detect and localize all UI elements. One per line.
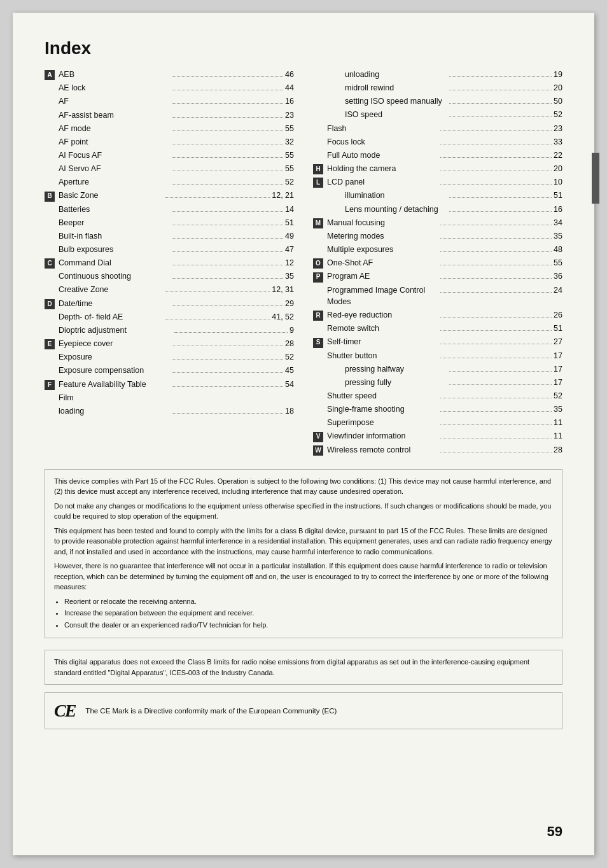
entry-page-number: 16 — [554, 204, 562, 215]
list-item: BBasic Zone12, 21 — [45, 190, 294, 201]
entry-page-number: 45 — [285, 365, 294, 376]
list-item: VViewfinder information11 — [313, 430, 562, 442]
list-item: Exposure compensation45 — [45, 365, 294, 376]
entry-page-number: 33 — [554, 136, 562, 148]
list-item: unloading19 — [313, 69, 562, 80]
entry-label: One-Shot AF — [327, 257, 438, 269]
entry-label: Focus lock — [327, 136, 438, 148]
entry-page-number: 54 — [285, 379, 294, 390]
entry-label: midroll rewind — [345, 82, 447, 94]
dot-leader — [172, 413, 283, 414]
dot-leader — [440, 398, 552, 398]
list-item: ISO speed52 — [313, 109, 562, 120]
list-item: Aperture52 — [45, 176, 294, 188]
list-item: Focus lock33 — [313, 136, 562, 148]
fcc-paragraph: Do not make any changes or modifications… — [54, 501, 553, 522]
entry-page-number: 35 — [554, 230, 562, 242]
list-item: Shutter button17 — [313, 350, 562, 361]
entry-page-number: 22 — [554, 150, 562, 161]
dot-leader — [172, 211, 283, 212]
entry-page-number: 36 — [554, 270, 562, 282]
list-item: Programmed Image Control Modes24 — [313, 284, 562, 307]
entry-label: AE lock — [59, 82, 170, 94]
dot-leader — [449, 90, 552, 90]
entry-page-number: 55 — [554, 257, 562, 269]
list-item: OOne-Shot AF55 — [313, 257, 562, 269]
entry-page-number: 51 — [554, 323, 562, 334]
entry-label: Command Dial — [59, 257, 170, 269]
dot-leader — [172, 265, 283, 265]
list-item: DDate/time29 — [45, 298, 294, 309]
entry-page-number: 52 — [554, 109, 562, 120]
entry-page-number: 41, 52 — [272, 311, 294, 323]
list-item: Flash23 — [313, 123, 562, 134]
entry-page-number: 34 — [554, 217, 562, 228]
dot-leader — [440, 292, 552, 293]
list-item: HHolding the camera20 — [313, 163, 562, 174]
entry-page-number: 9 — [290, 325, 294, 336]
entry-label: pressing halfway — [345, 363, 447, 375]
entry-label: Beeper — [59, 217, 170, 228]
dot-leader — [174, 332, 288, 333]
list-item: AAEB46 — [45, 69, 294, 80]
list-item: Dioptric adjustment9 — [45, 325, 294, 336]
entry-label: Programmed Image Control Modes — [327, 284, 438, 307]
list-item: Shutter speed52 — [313, 390, 562, 402]
dot-leader — [440, 130, 552, 131]
entry-label: AF mode — [59, 123, 170, 134]
list-item: FFeature Availability Table54 — [45, 379, 294, 390]
section-badge: P — [313, 272, 323, 283]
entry-label: Full Auto mode — [327, 150, 438, 161]
canada-paragraph: This digital apparatus does not exceed t… — [54, 657, 553, 678]
section-badge: D — [45, 299, 55, 309]
entry-label: Continuous shooting — [59, 270, 170, 282]
entry-label: Basic Zone — [59, 190, 164, 201]
entry-page-number: 23 — [285, 109, 294, 121]
section-badge: E — [45, 339, 55, 349]
fcc-paragraph: This device complies with Part 15 of the… — [54, 476, 553, 497]
list-item: Built-in flash49 — [45, 230, 294, 242]
list-item: Continuous shooting35 — [45, 270, 294, 282]
dot-leader — [440, 184, 552, 185]
entry-page-number: 52 — [554, 390, 562, 402]
entry-label: Shutter speed — [327, 390, 438, 402]
list-item: Exposure52 — [45, 351, 294, 363]
entry-page-number: 11 — [554, 417, 562, 428]
dot-leader — [172, 278, 283, 279]
list-item: pressing halfway17 — [313, 363, 562, 375]
entry-page-number: 11 — [554, 430, 562, 442]
list-item: Bulb exposures47 — [45, 244, 294, 255]
entry-page-number: 46 — [285, 69, 294, 80]
entry-page-number: 26 — [554, 309, 562, 321]
section-badge: O — [313, 258, 323, 269]
entry-page-number: 17 — [554, 363, 562, 375]
entry-label: Film — [59, 392, 294, 403]
entry-page-number: 17 — [554, 350, 562, 361]
dot-leader — [440, 238, 552, 239]
list-item: Multiple exposures48 — [313, 244, 562, 255]
dot-leader — [172, 130, 283, 131]
dot-leader — [172, 238, 283, 239]
entry-label: AF-assist beam — [59, 109, 170, 121]
list-item: loading18 — [45, 405, 294, 417]
index-container: AAEB46AE lock44AF16AF-assist beam23AF mo… — [45, 69, 562, 458]
entry-page-number: 17 — [554, 377, 562, 388]
dot-leader — [449, 76, 552, 77]
entry-page-number: 20 — [554, 163, 562, 174]
entry-label: AF — [59, 95, 170, 107]
entry-page-number: 18 — [285, 405, 294, 417]
dot-leader — [440, 411, 552, 412]
dot-leader — [172, 305, 283, 306]
dot-leader — [172, 157, 283, 158]
list-item: MManual focusing34 — [313, 217, 562, 228]
dot-leader — [440, 157, 552, 158]
dot-leader — [449, 197, 552, 198]
section-badge: R — [313, 311, 323, 321]
entry-page-number: 51 — [285, 217, 294, 228]
entry-label: Superimpose — [327, 417, 438, 428]
right-index-column: unloading19midroll rewind20setting ISO s… — [313, 69, 562, 458]
list-item: AF16 — [45, 95, 294, 107]
fcc-bullet-item: Consult the dealer or an experienced rad… — [64, 620, 553, 631]
entry-label: AI Focus AF — [59, 150, 170, 161]
dot-leader — [172, 184, 283, 185]
